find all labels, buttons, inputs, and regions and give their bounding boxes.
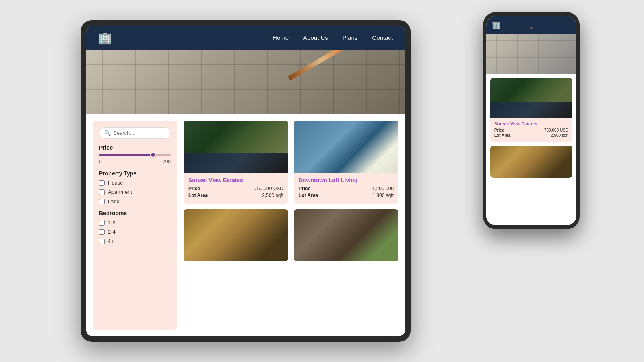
listing-image-1 [184,121,288,173]
phone-hero-banner [486,34,576,74]
apartment-checkbox[interactable]: Apartment [99,189,171,195]
bedroom-4plus-label: 4+ [108,238,114,244]
price-filter: Price 0 700 [99,144,171,165]
bedroom-1-2-checkbox[interactable]: 1-2 [99,220,171,226]
phone-price-value-1: 750,000 USD [544,128,568,132]
price-label-2: Price [299,186,310,191]
phone-card-1[interactable]: Sunset View Estates Price 750,000 USD Lo… [490,78,572,142]
hamburger-line-3 [564,27,571,27]
phone-listing-name-1: Sunset View Estates [494,121,568,126]
bedroom-4plus-input[interactable] [99,239,105,244]
search-input[interactable] [113,130,165,136]
listing-lot-row-1: Lot Area 2,500 sqft [188,193,283,198]
listing-card-2[interactable]: Downtown Loft Living Price 1,200,000 Lot… [294,121,398,204]
phone-lot-value-1: 2,500 sqft [551,133,568,138]
phone-price-row-1: Price 750,000 USD [494,128,568,132]
listings-grid: Sunset View Estates Price 750,000 USD Lo… [177,114,405,336]
tablet-hero-banner [86,50,405,114]
listing-name-2: Downtown Loft Living [299,177,394,183]
nav-plans[interactable]: Plans [343,34,358,41]
listing-name-1: Sunset View Estates [188,177,283,183]
listing-image-2 [294,121,398,173]
listing-price-row-2: Price 1,200,000 [299,186,394,191]
nav-home[interactable]: Home [272,34,289,41]
listing-card-4[interactable] [294,209,398,261]
price-slider-fill [99,154,153,156]
listing-image-4 [294,209,398,261]
hamburger-menu-icon[interactable] [564,23,571,27]
apartment-label: Apartment [108,189,132,195]
phone-logo: 🏢 [492,21,501,29]
search-icon: 🔍 [104,130,111,136]
price-labels: 0 700 [99,159,171,165]
phone-blueprint-bg [486,34,576,74]
house-label: House [108,180,123,186]
property-type-label: Property Type [99,170,171,177]
listing-price-row-1: Price 750,000 USD [188,186,283,191]
price-slider-track[interactable] [99,154,171,156]
tablet-nav-links: Home About Us Plans Contact [272,34,393,41]
phone-listings: Sunset View Estates Price 750,000 USD Lo… [486,74,576,225]
nav-about[interactable]: About Us [303,34,328,41]
lot-value-1: 2,500 sqft [262,193,283,198]
price-slider-thumb[interactable] [150,152,156,158]
phone-navbar: 🏢 [486,16,576,34]
price-label-1: Price [188,186,200,191]
search-container[interactable]: 🔍 [99,127,171,139]
lot-label-1: Lot Area [188,193,208,198]
phone-listing-image-2 [490,146,572,178]
phone-card-info-1: Sunset View Estates Price 750,000 USD Lo… [490,118,572,142]
tablet-main-content: 🔍 Price 0 700 [86,114,405,336]
tablet-screen: 🏢 Home About Us Plans Contact 🔍 [86,26,405,336]
land-label: Land [108,198,120,204]
blueprint-background [86,50,405,114]
bedroom-2-4-label: 2-4 [108,229,116,235]
bedrooms-label: Bedrooms [99,210,171,216]
phone-lot-label-1: Lot Area [494,133,510,138]
tablet-device: 🏢 Home About Us Plans Contact 🔍 [80,20,411,342]
house-checkbox[interactable]: House [99,180,171,186]
filter-sidebar: 🔍 Price 0 700 [93,121,177,330]
listing-info-1: Sunset View Estates Price 750,000 USD Lo… [184,173,288,204]
bedroom-2-4-input[interactable] [99,229,105,235]
tablet-logo: 🏢 [98,31,112,45]
nav-contact[interactable]: Contact [372,34,393,41]
price-label: Price [99,144,171,151]
land-checkbox-input[interactable] [99,199,105,204]
hamburger-line-2 [564,25,571,25]
lot-label-2: Lot Area [299,193,318,198]
property-type-filter: Property Type House Apartment Land [99,170,171,204]
listing-info-2: Downtown Loft Living Price 1,200,000 Lot… [294,173,398,204]
house-checkbox-input[interactable] [99,180,105,186]
bedroom-1-2-label: 1-2 [108,220,116,226]
phone-device: 🏢 Sunset View Estates Pr [483,12,580,229]
phone-price-label-1: Price [494,128,504,132]
phone-lot-row-1: Lot Area 2,500 sqft [494,133,568,138]
bedroom-1-2-input[interactable] [99,220,105,226]
listing-image-3 [184,209,288,261]
tablet-navbar: 🏢 Home About Us Plans Contact [86,26,405,50]
price-min: 0 [99,159,102,165]
land-checkbox[interactable]: Land [99,198,171,204]
bedroom-4plus-checkbox[interactable]: 4+ [99,238,171,244]
listing-lot-row-2: Lot Area 1,800 sqft [299,193,394,198]
bedroom-2-4-checkbox[interactable]: 2-4 [99,229,171,235]
phone-listing-image-1 [490,78,572,118]
apartment-checkbox-input[interactable] [99,189,105,195]
lot-value-2: 1,800 sqft [372,193,394,198]
bedrooms-filter: Bedrooms 1-2 2-4 4+ [99,210,171,244]
phone-card-2[interactable] [490,146,572,178]
listing-card-3[interactable] [184,209,288,261]
price-value-1: 750,000 USD [254,186,283,191]
listing-card-1[interactable]: Sunset View Estates Price 750,000 USD Lo… [184,121,288,204]
hamburger-line-1 [564,23,571,23]
phone-screen: 🏢 Sunset View Estates Pr [486,16,576,225]
scene: 🏢 Home About Us Plans Contact 🔍 [0,0,644,362]
price-value-2: 1,200,000 [372,186,394,191]
price-max: 700 [163,159,171,165]
